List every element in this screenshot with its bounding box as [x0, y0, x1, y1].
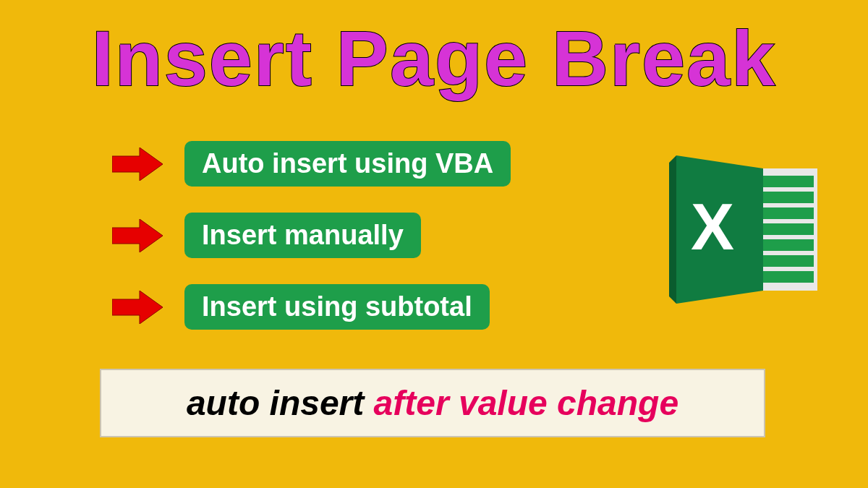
bullet-list: Auto insert using VBA Insert manually In…: [112, 141, 511, 356]
svg-rect-7: [756, 223, 814, 235]
list-item: Insert manually: [112, 213, 511, 258]
list-item: Auto insert using VBA: [112, 141, 511, 187]
excel-icon: X: [669, 155, 825, 304]
svg-marker-12: [669, 155, 676, 304]
svg-rect-6: [756, 207, 814, 219]
footer-text-1: auto insert: [187, 384, 374, 422]
footer-text-2: after value change: [374, 384, 679, 422]
svg-rect-9: [756, 255, 814, 267]
footer-caption: auto insert after value change: [100, 369, 765, 437]
svg-rect-4: [756, 176, 814, 187]
svg-rect-8: [756, 239, 814, 251]
bullet-label: Insert manually: [184, 213, 421, 258]
arrow-icon: [112, 219, 163, 252]
svg-marker-2: [112, 291, 163, 324]
svg-marker-1: [112, 219, 163, 252]
bullet-label: Insert using subtotal: [184, 284, 490, 330]
list-item: Insert using subtotal: [112, 284, 511, 330]
svg-text:X: X: [691, 191, 734, 263]
page-title: Insert Page Break: [0, 0, 868, 103]
svg-rect-5: [756, 192, 814, 203]
arrow-icon: [112, 147, 163, 181]
svg-rect-10: [756, 271, 814, 283]
bullet-label: Auto insert using VBA: [184, 141, 511, 187]
arrow-icon: [112, 291, 163, 324]
svg-marker-0: [112, 147, 163, 181]
